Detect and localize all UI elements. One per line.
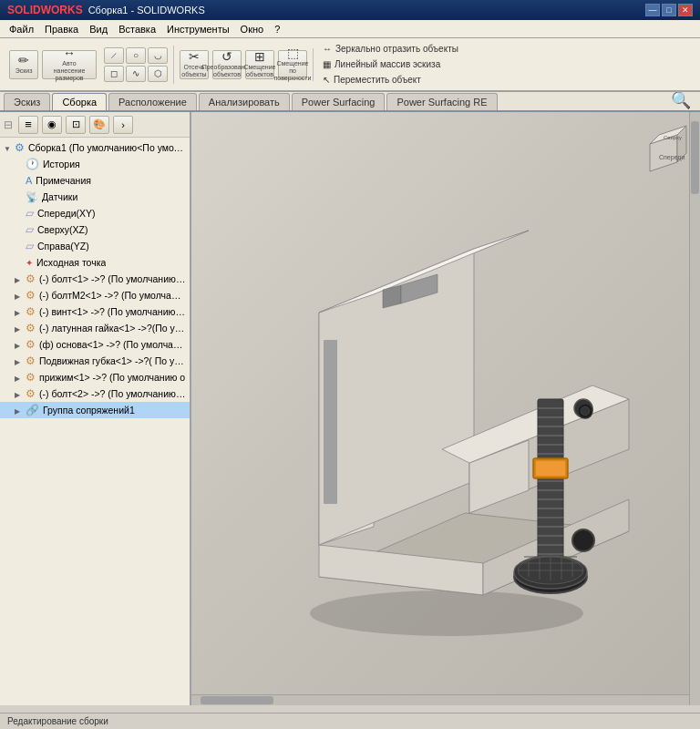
tree-screw1[interactable]: ⚙ (-) винт<1> ->? (По умолчанию<< [0, 303, 190, 320]
move-entity-button[interactable]: ↖ Переместить объект [319, 73, 425, 87]
tab-analyze[interactable]: Анализировать [199, 93, 290, 110]
bolt1-label: (-) болт<1> ->? (По умолчанию<< [39, 273, 186, 284]
feature-tree-panel: ⊟ ≡ ◉ ⊡ 🎨 › ⚙ Сборка1 (По умолчанию<По у… [0, 112, 191, 705]
clamp1-icon: ⚙ [26, 371, 36, 384]
menu-help[interactable]: ? [269, 22, 285, 36]
panel-btn-props[interactable]: ◉ [42, 116, 62, 134]
history-icon: 🕐 [26, 158, 39, 170]
front-plane-label: Спереди(XY) [37, 208, 96, 219]
bolt-hole-bottom [572, 529, 594, 551]
root-expand-icon[interactable] [4, 143, 15, 153]
scroll-thumb-h[interactable] [201, 696, 273, 704]
mirror-array-group: ↔ Зеркально отразить объекты ▦ Линейный … [314, 40, 468, 88]
tab-power-surfacing-re[interactable]: Power Surfacing RE [386, 93, 497, 110]
tab-bar: Эскиз Сборка Расположение Анализировать … [0, 92, 700, 112]
tab-sketch[interactable]: Эскиз [4, 93, 50, 110]
tree-movejaw[interactable]: ⚙ Подвижная губка<1> ->?( По умол [0, 353, 190, 369]
movejaw-label: Подвижная губка<1> ->?( По умол [39, 355, 186, 366]
view-cube[interactable]: Спереди Сверху [636, 121, 691, 176]
tab-power-surfacing[interactable]: Power Surfacing [292, 93, 386, 110]
app-logo: SOLIDWORKS [7, 4, 83, 16]
menu-insert[interactable]: Вставка [113, 22, 161, 36]
close-button[interactable]: ✕ [678, 4, 693, 16]
panel-toolbar: ⊟ ≡ ◉ ⊡ 🎨 › [0, 112, 190, 138]
line-icon: ⟋ [109, 50, 118, 60]
tree-front-plane[interactable]: ▱ Спереди(XY) [0, 205, 190, 221]
bolt2-icon: ⚙ [26, 387, 36, 400]
base1-expand[interactable] [15, 340, 26, 350]
notes-icon: Α [26, 175, 32, 186]
offset-surface-label: Смещение по поверхности [274, 60, 312, 81]
tree-clamp1[interactable]: ⚙ прижим<1> ->? (По умолчанию о [0, 369, 190, 385]
convert-button[interactable]: ↺ Преобразование объектов [212, 50, 242, 79]
tree-boltm2[interactable]: ⚙ (-) болтМ2<1> ->? (По умолчанию< [0, 287, 190, 303]
sketch-button[interactable]: ✏ Эскиз [9, 50, 38, 79]
feature-tree: ⚙ Сборка1 (По умолчанию<По умолча 🕐 Исто… [0, 138, 190, 705]
view-cube-svg: Спереди Сверху [636, 121, 691, 176]
panel-btn-config[interactable]: ⊡ [66, 116, 86, 134]
screw1-label: (-) винт<1> ->? (По умолчанию<< [39, 306, 186, 317]
clamp1-expand[interactable] [15, 373, 26, 383]
panel-btn-expand[interactable]: › [113, 116, 133, 134]
3d-viewport[interactable]: Спереди Сверху [191, 112, 700, 705]
tab-assembly[interactable]: Сборка [52, 93, 107, 110]
linear-pattern-button[interactable]: ▦ Линейный массив эскиза [319, 57, 444, 71]
linear-pattern-icon: ▦ [323, 59, 331, 69]
maximize-button[interactable]: □ [662, 4, 676, 16]
screw1-icon: ⚙ [26, 305, 36, 318]
bolt1-icon: ⚙ [26, 272, 36, 285]
menu-file[interactable]: Файл [4, 22, 39, 36]
tab-layout[interactable]: Расположение [108, 93, 197, 110]
auto-dimension-icon: ↔ [63, 46, 76, 59]
menu-view[interactable]: Вид [84, 22, 113, 36]
rect-button[interactable]: ◻ [104, 66, 124, 82]
sketch-icon: ✏ [18, 54, 29, 67]
tree-root[interactable]: ⚙ Сборка1 (По умолчанию<По умолча [0, 139, 190, 156]
tree-base1[interactable]: ⚙ (ф) основа<1> ->? (По умолчанию< [0, 336, 190, 353]
viewport-scrollbar-horizontal[interactable] [191, 694, 689, 705]
minimize-button[interactable]: — [645, 4, 660, 16]
movejaw-expand[interactable] [15, 356, 26, 366]
bolt2-expand[interactable] [15, 389, 26, 399]
scroll-thumb-v[interactable] [691, 121, 699, 194]
handwheel [514, 555, 587, 593]
panel-btn-display[interactable]: 🎨 [89, 116, 109, 134]
tree-mategroup[interactable]: 🔗 Группа сопряжений1 [0, 402, 190, 418]
auto-dimension-button[interactable]: ↔ Авто нанесение размеров [42, 50, 97, 79]
boltm2-expand[interactable] [15, 291, 26, 301]
title-bar: SOLIDWORKS Сборка1 - SOLIDWORKS — □ ✕ [0, 0, 700, 20]
panel-btn-list[interactable]: ≡ [18, 116, 38, 134]
mirror-button[interactable]: ↔ Зеркально отразить объекты [319, 42, 462, 56]
tree-nut1[interactable]: ⚙ (-) латунная гайка<1> ->?(По умо [0, 320, 190, 336]
tree-notes[interactable]: Α Примечания [0, 172, 190, 189]
tree-right-plane[interactable]: ▱ Справа(YZ) [0, 238, 190, 254]
viewport-scrollbar-vertical[interactable] [689, 112, 700, 705]
arc-button[interactable]: ◡ [148, 47, 168, 64]
offset-surface-button[interactable]: ⬚ Смещение по поверхности [278, 50, 307, 79]
offset-entities-button[interactable]: ⊞ Смещение объектов [245, 50, 274, 79]
polygon-button[interactable]: ⬡ [148, 66, 168, 82]
menu-edit[interactable]: Правка [39, 22, 84, 36]
menu-tools[interactable]: Инструменты [161, 22, 235, 36]
line-button[interactable]: ⟋ [104, 47, 124, 64]
model-shadow [310, 590, 583, 636]
tree-history[interactable]: 🕐 История [0, 156, 190, 172]
tree-sensors[interactable]: 📡 Датчики [0, 189, 190, 205]
move-entity-label: Переместить объект [334, 75, 421, 85]
sensors-label: Датчики [42, 191, 77, 202]
tree-bolt2[interactable]: ⚙ (-) болт<2> ->? (По умолчанию<< [0, 385, 190, 402]
menu-window[interactable]: Окно [235, 22, 270, 36]
tree-origin[interactable]: ✦ Исходная точка [0, 254, 190, 271]
tree-top-plane[interactable]: ▱ Сверху(XZ) [0, 221, 190, 238]
circle-button[interactable]: ○ [126, 47, 146, 64]
sensors-icon: 📡 [26, 191, 38, 203]
nut1-expand[interactable] [15, 323, 26, 334]
base1-icon: ⚙ [26, 338, 36, 351]
mategroup-expand[interactable] [15, 406, 26, 416]
spline-button[interactable]: ∿ [126, 66, 146, 82]
bolt1-expand[interactable] [15, 274, 26, 284]
search-icon[interactable]: 🔍 [665, 90, 696, 110]
right-plane-icon: ▱ [26, 240, 34, 252]
screw1-expand[interactable] [15, 307, 26, 317]
tree-bolt1[interactable]: ⚙ (-) болт<1> ->? (По умолчанию<< [0, 271, 190, 287]
